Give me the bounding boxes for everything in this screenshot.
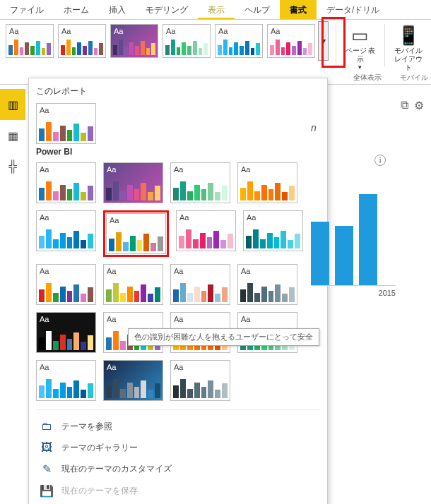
menu-save-theme: 💾 現在のテーマを保存 xyxy=(36,480,320,502)
theme-aa-label: Aa xyxy=(174,315,183,323)
theme-aa-label: Aa xyxy=(114,27,123,35)
theme-aa-label: Aa xyxy=(9,27,18,35)
menu-customize-label: 現在のテーマのカスタマイズ xyxy=(61,463,172,475)
theme-aa-label: Aa xyxy=(61,27,71,35)
theme-aa-label: Aa xyxy=(107,363,116,371)
axis-label: 2015 xyxy=(311,286,396,297)
theme-thumb-bloom[interactable]: Aa xyxy=(176,210,236,251)
theme-thumb-twilight[interactable]: Aa xyxy=(103,360,163,401)
theme-aa-label: Aa xyxy=(107,267,116,275)
theme-aa-label: Aa xyxy=(218,27,228,35)
save-icon: 💾 xyxy=(39,484,54,498)
annotation-highlight-theme: Aa xyxy=(103,210,169,257)
theme-aa-label: Aa xyxy=(247,213,256,222)
theme-thumb-exec[interactable]: Aa xyxy=(103,162,163,203)
tab-home[interactable]: ホーム xyxy=(54,0,99,19)
tab-format[interactable]: 書式 xyxy=(280,0,317,19)
page-view-icon: ▭ xyxy=(351,24,369,47)
theme-aa-label: Aa xyxy=(174,363,183,371)
theme-thumb-city[interactable]: Aa xyxy=(36,264,96,305)
menu-browse-label: テーマを参照 xyxy=(61,421,112,433)
theme-aa-label: Aa xyxy=(179,213,189,222)
theme-thumb-default[interactable]: Aa xyxy=(36,103,96,144)
theme-thumb-default[interactable]: Aa xyxy=(36,162,96,203)
theme-thumb-innov[interactable]: Aa xyxy=(36,360,96,401)
theme-thumb-innov[interactable]: Aa xyxy=(215,24,263,58)
menu-theme-gallery[interactable]: 🖼 テーマのギャラリー xyxy=(36,437,320,458)
theme-aa-label: Aa xyxy=(107,165,116,174)
theme-thumb-bloom[interactable]: Aa xyxy=(267,24,315,58)
theme-aa-label: Aa xyxy=(40,106,49,114)
theme-thumb-diverg[interactable]: Aa xyxy=(170,264,230,305)
mobile-layout-button[interactable]: 📱 モバイル レイアウト xyxy=(392,24,425,72)
visual-title-fragment: n xyxy=(311,122,424,133)
theme-aa-label: Aa xyxy=(40,315,49,323)
theme-aa-label: Aa xyxy=(40,213,49,222)
customize-icon: ✎ xyxy=(39,462,54,476)
tab-file[interactable]: ファイル xyxy=(0,0,54,19)
theme-thumb-highcontrast[interactable]: Aa xyxy=(36,312,96,353)
theme-aa-label: Aa xyxy=(40,363,49,371)
tab-modeling[interactable]: モデリング xyxy=(136,0,198,19)
view-data-icon[interactable]: ▦ xyxy=(0,120,25,151)
info-icon[interactable]: i xyxy=(374,155,386,166)
menu-save-label: 現在のテーマを保存 xyxy=(61,485,138,497)
theme-aa-label: Aa xyxy=(166,27,175,35)
view-model-icon[interactable]: ╬ xyxy=(0,151,25,182)
theme-aa-label: Aa xyxy=(271,27,280,35)
mobile-icon: 📱 xyxy=(397,24,420,47)
mobile-layout-label: モバイル レイアウト xyxy=(392,47,425,72)
annotation-highlight-dropdown xyxy=(321,17,346,68)
section-powerbi: Power BI xyxy=(36,147,320,157)
page-view-button[interactable]: ▭ ページ 表示 ▾ xyxy=(343,24,377,71)
themes-dropdown-panel: このレポート Aa Power BI AaAaAaAaAaAaAaAaAaAaA… xyxy=(28,78,328,504)
menu-browse-themes[interactable]: 🗀 テーマを参照 xyxy=(36,416,320,437)
theme-thumb-frontier[interactable]: Aa xyxy=(163,24,211,58)
view-report-icon[interactable]: ▥ xyxy=(0,89,25,120)
theme-thumb-temp[interactable]: Aa xyxy=(170,360,230,401)
theme-aa-label: Aa xyxy=(110,216,119,224)
theme-thumb-frontier[interactable]: Aa xyxy=(170,162,230,203)
theme-aa-label: Aa xyxy=(107,315,116,323)
menu-gallery-label: テーマのギャラリー xyxy=(61,442,138,454)
theme-thumb-exec[interactable]: Aa xyxy=(110,24,158,58)
theme-thumb-solar[interactable]: Aa xyxy=(237,162,297,203)
page-view-label: ページ 表示 xyxy=(343,47,377,64)
page-view-caption: 全体表示 xyxy=(353,73,382,83)
mobile-caption: モバイル xyxy=(400,73,428,83)
theme-thumb-innov[interactable]: Aa xyxy=(36,210,96,251)
folder-icon: 🗀 xyxy=(39,420,54,433)
column-chart-visual[interactable] xyxy=(311,194,396,286)
theme-thumb-tidal[interactable]: Aa xyxy=(243,210,303,251)
theme-tooltip: 色の識別が困難な人を抱えるユーザーにとって安全 xyxy=(128,328,319,346)
visual-options-icon[interactable]: ⚙ xyxy=(414,99,424,112)
tab-insert[interactable]: 挿入 xyxy=(99,0,136,19)
theme-aa-label: Aa xyxy=(241,165,250,174)
theme-thumb-temp[interactable]: Aa xyxy=(237,264,297,305)
menu-customize-theme[interactable]: ✎ 現在のテーマのカスタマイズ xyxy=(36,458,320,480)
theme-thumb-default[interactable]: Aa xyxy=(6,24,54,58)
gallery-icon: 🖼 xyxy=(39,441,54,454)
focus-mode-icon[interactable]: ⧉ xyxy=(401,99,408,112)
theme-thumb-classic[interactable]: Aa xyxy=(103,264,163,305)
theme-aa-label: Aa xyxy=(174,267,183,275)
divider xyxy=(384,24,385,66)
theme-aa-label: Aa xyxy=(241,315,250,323)
theme-thumb-city[interactable]: Aa xyxy=(58,24,106,58)
theme-aa-label: Aa xyxy=(40,267,49,275)
section-this-report: このレポート xyxy=(36,85,320,97)
theme-thumb-colorblind[interactable]: Aa xyxy=(106,213,166,254)
tab-view[interactable]: 表示 xyxy=(198,0,235,19)
theme-aa-label: Aa xyxy=(40,165,49,174)
tab-datadrill[interactable]: データ/ドリル xyxy=(317,0,389,19)
theme-aa-label: Aa xyxy=(241,267,250,275)
theme-aa-label: Aa xyxy=(174,165,183,174)
tab-help[interactable]: ヘルプ xyxy=(235,0,280,19)
